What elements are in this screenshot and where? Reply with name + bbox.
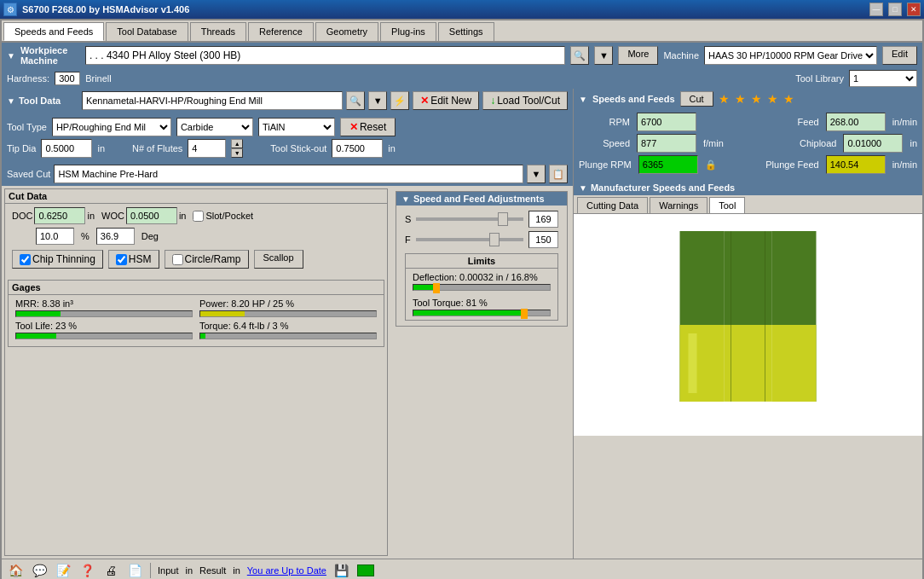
home-icon[interactable]: 🏠 — [7, 562, 24, 579]
close-button[interactable]: ✕ — [907, 3, 921, 16]
edit-machine-button[interactable]: Edit — [882, 46, 917, 65]
mrr-bar — [16, 311, 61, 316]
library-label: Tool Library — [795, 73, 844, 84]
tab-geometry[interactable]: Geometry — [315, 22, 378, 41]
tab-settings[interactable]: Settings — [438, 22, 494, 41]
tool-search-button[interactable]: 🔍 — [346, 91, 365, 110]
edit-new-button[interactable]: ✕ Edit New — [413, 91, 479, 110]
plunge-feed-input[interactable] — [826, 155, 886, 174]
tip-dia-unit: in — [97, 143, 105, 153]
hsm-checkbox[interactable] — [116, 254, 127, 265]
speed-input[interactable] — [637, 134, 696, 153]
cut-button[interactable]: Cut — [680, 91, 713, 107]
percent-input[interactable] — [36, 228, 74, 245]
minimize-button[interactable]: — — [869, 3, 883, 16]
plunge-rpm-input[interactable] — [638, 155, 698, 174]
flutes-down-button[interactable]: ▼ — [231, 148, 243, 158]
reset-icon: ✕ — [349, 121, 358, 133]
reset-button[interactable]: ✕ Reset — [340, 118, 396, 136]
hardness-value: 300 — [55, 72, 80, 85]
power-gage: Power: 8.20 HP / 25 % — [199, 298, 377, 317]
woc-input[interactable] — [126, 207, 177, 224]
chip-thinning-checkbox[interactable] — [20, 254, 31, 265]
sf-right-title: Speeds and Feeds — [592, 94, 675, 104]
sf-right-arrow[interactable]: ▼ — [579, 95, 587, 104]
tool-name-input[interactable] — [82, 91, 343, 110]
deg-input[interactable] — [96, 228, 135, 245]
note-icon[interactable]: 📝 — [55, 562, 72, 579]
flutes-input[interactable] — [188, 139, 226, 158]
tab-reference[interactable]: Reference — [248, 22, 314, 41]
maximize-button[interactable]: □ — [888, 3, 902, 16]
reset-label: Reset — [360, 121, 386, 133]
slot-pocket-checkbox[interactable] — [193, 211, 204, 222]
circle-ramp-button[interactable]: Circle/Ramp — [165, 250, 249, 269]
help-icon[interactable]: ❓ — [78, 562, 95, 579]
tool-collapse-arrow[interactable]: ▼ — [7, 96, 15, 106]
input-label: Input — [158, 565, 178, 576]
tool-action-button[interactable]: ⚡ — [390, 91, 409, 110]
deflection-bar-bg — [413, 284, 551, 291]
saved-cut-action[interactable]: 📋 — [549, 165, 568, 183]
coating-select[interactable]: TiAlN — [258, 118, 335, 136]
tab-cutting-data[interactable]: Cutting Data — [577, 197, 648, 213]
tab-warnings[interactable]: Warnings — [650, 197, 707, 213]
chipload-input[interactable] — [843, 134, 903, 153]
tool-dropdown-button[interactable]: ▼ — [368, 91, 387, 110]
chat-icon[interactable]: 💬 — [31, 562, 48, 579]
material-select[interactable]: Carbide — [176, 118, 253, 136]
workpiece-collapse-arrow[interactable]: ▼ — [7, 51, 15, 61]
plunge-feed-unit: in/min — [892, 159, 917, 170]
load-tool-button[interactable]: ↓ Load Tool/Cut — [482, 91, 568, 110]
s-value[interactable] — [528, 211, 558, 228]
scallop-button[interactable]: Scallop — [254, 250, 303, 269]
torque-label: Torque: 6.4 ft-lb / 3 % — [199, 321, 377, 331]
update-status-link[interactable]: You are Up to Date — [247, 565, 326, 576]
saved-cut-input[interactable] — [54, 165, 523, 183]
mrr-label: MRR: 8.38 in³ — [15, 298, 193, 309]
stickout-input[interactable] — [332, 139, 383, 158]
sf-collapse-arrow[interactable]: ▼ — [401, 194, 410, 204]
torque-limit-bar-bg — [413, 310, 551, 316]
chip-icon[interactable]: 💾 — [333, 562, 350, 579]
star-4: ★ — [767, 92, 778, 106]
print-icon[interactable]: 🖨 — [102, 562, 119, 579]
tool-type-select[interactable]: HP/Roughing End Mil — [52, 118, 171, 136]
tab-tool-database[interactable]: Tool Database — [106, 22, 188, 41]
f-value[interactable] — [528, 231, 558, 248]
plunge-feed-label: Plunge Feed — [765, 159, 818, 170]
flutes-spinner[interactable]: ▲ ▼ — [231, 139, 243, 158]
workpiece-dropdown-button[interactable]: ▼ — [594, 46, 613, 65]
cut-data-section: Cut Data DOC in WOC — [4, 188, 388, 556]
library-select[interactable]: 1 — [849, 70, 917, 87]
tab-speeds-feeds[interactable]: Speeds and Feeds — [3, 22, 104, 41]
hsm-button[interactable]: HSM — [108, 250, 159, 269]
f-slider[interactable] — [416, 238, 523, 241]
deflection-row: Deflection: 0.00032 in / 16.8% — [406, 269, 557, 294]
circle-ramp-checkbox[interactable] — [172, 254, 183, 265]
stickout-label: Tool Stick-out — [270, 143, 326, 153]
machine-select[interactable]: HAAS 30 HP/10000 RPM Gear Drive — [704, 46, 877, 65]
star-5: ★ — [783, 92, 794, 106]
brinell-label: Brinell — [85, 73, 112, 84]
rpm-input[interactable] — [637, 113, 696, 131]
speed-feed-body: S F Limits — [396, 206, 567, 326]
workpiece-search-button[interactable]: 🔍 — [570, 46, 589, 65]
torque-limit-row: Tool Torque: 81 % — [406, 294, 557, 320]
tab-plugins[interactable]: Plug-ins — [380, 22, 436, 41]
more-button[interactable]: More — [618, 46, 658, 65]
s-slider[interactable] — [416, 217, 523, 221]
document-icon[interactable]: 📄 — [126, 562, 143, 579]
doc-input[interactable] — [34, 207, 85, 224]
lock-icon: 🔒 — [705, 159, 717, 171]
chip-thinning-button[interactable]: Chip Thinning — [12, 250, 103, 269]
flutes-up-button[interactable]: ▲ — [231, 139, 243, 148]
tool-type-label: Tool Type — [7, 122, 47, 132]
tip-dia-input[interactable] — [41, 139, 92, 158]
feed-input[interactable] — [826, 113, 886, 131]
saved-cut-dropdown[interactable]: ▼ — [527, 165, 546, 183]
power-label: Power: 8.20 HP / 25 % — [199, 298, 377, 309]
tab-threads[interactable]: Threads — [190, 22, 246, 41]
tab-tool[interactable]: Tool — [709, 197, 745, 213]
mfr-arrow[interactable]: ▼ — [579, 183, 587, 193]
